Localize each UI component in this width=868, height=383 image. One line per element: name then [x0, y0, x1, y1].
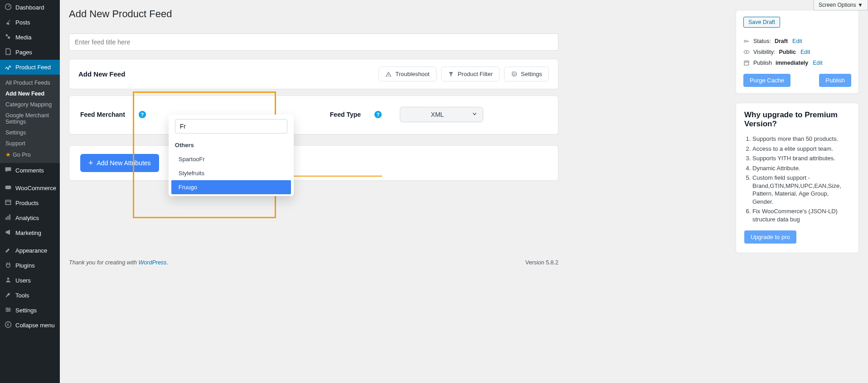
sidebar-item-label: WooCommerce	[15, 185, 56, 192]
help-icon[interactable]: ?	[374, 111, 382, 118]
chevron-down-icon: ▼	[858, 2, 863, 8]
sidebar-item-woocommerce[interactable]: WooCommerce	[0, 181, 60, 196]
sidebar-item-label: Comments	[15, 167, 44, 174]
sidebar-item-products[interactable]: Products	[0, 196, 60, 211]
woo-icon	[5, 184, 12, 192]
sidebar-item-label: Tools	[15, 292, 29, 299]
gear-icon	[511, 71, 517, 77]
upgrade-item: Access to a elite support team.	[752, 144, 850, 154]
upgrade-box: Why upgrade to Premium Version? Supports…	[736, 103, 859, 253]
publish-button[interactable]: Publish	[819, 74, 851, 87]
submenu-go-pro[interactable]: ★Go Pro	[0, 149, 60, 160]
sidebar-item-product-feed[interactable]: Product Feed	[0, 60, 60, 75]
settings-button[interactable]: Settings	[504, 67, 549, 81]
edit-status-link[interactable]: Edit	[792, 38, 802, 44]
sidebar-item-label: Dashboard	[15, 4, 44, 11]
sidebar-item-plugins[interactable]: Plugins	[0, 258, 60, 273]
svg-point-14	[5, 322, 11, 328]
sidebar-item-analytics[interactable]: Analytics	[0, 211, 60, 225]
sidebar-item-label: Plugins	[15, 262, 35, 269]
sidebar-submenu: All Product Feeds Add New Feed Category …	[0, 75, 60, 163]
version-text: Version 5.8.2	[525, 259, 558, 266]
svg-rect-6	[9, 215, 10, 220]
star-icon: ★	[5, 152, 11, 158]
add-feed-heading: Add New Feed	[78, 70, 125, 78]
svg-rect-2	[5, 186, 11, 189]
sidebar-item-label: Analytics	[15, 215, 39, 221]
sidebar-item-posts[interactable]: Posts	[0, 15, 60, 30]
feed-type-label: Feed Type	[330, 111, 361, 118]
settings-sidebar-icon	[5, 306, 12, 315]
pin-icon	[5, 18, 12, 27]
feed-type-select[interactable]: XML	[400, 107, 483, 122]
admin-sidebar: Dashboard Posts Media Pages Product Feed…	[0, 0, 60, 383]
svg-rect-5	[7, 216, 8, 220]
submenu-all-feeds[interactable]: All Product Feeds	[0, 77, 60, 88]
sidebar-item-label: Products	[15, 200, 39, 206]
add-feed-header-panel: Add New Feed Troubleshoot Product Filter…	[69, 59, 558, 89]
publish-box: Save Draft Status: Draft Edit Visibility…	[736, 10, 859, 94]
svg-point-12	[9, 309, 10, 310]
marketing-icon	[5, 229, 12, 237]
sidebar-item-appearance[interactable]: Appearance	[0, 243, 60, 258]
sidebar-item-label: Pages	[15, 49, 32, 56]
tools-icon	[5, 291, 12, 300]
dropdown-item-spartoofr[interactable]: SpartooFr	[169, 152, 294, 166]
sidebar-item-label: Settings	[15, 307, 37, 314]
sidebar-item-label: Marketing	[15, 230, 41, 236]
sidebar-item-label: Collapse menu	[15, 322, 55, 329]
upgrade-item: Custom field support - Brand,GTIN,MPN,UP…	[752, 173, 850, 206]
screen-options-button[interactable]: Screen Options ▼	[814, 0, 868, 10]
upgrade-item: Dynamic Attribute.	[752, 163, 850, 173]
users-icon	[5, 276, 12, 285]
dropdown-item-stylefruits[interactable]: Stylefruits	[169, 166, 294, 180]
submenu-settings[interactable]: Settings	[0, 127, 60, 138]
add-new-attributes-button[interactable]: +Add New Attributes	[80, 154, 159, 172]
sidebar-item-users[interactable]: Users	[0, 273, 60, 288]
purge-cache-button[interactable]: Purge Cache	[743, 74, 790, 87]
upgrade-item: Fix WooCommerce's (JSON-LD) structure da…	[752, 206, 850, 224]
edit-visibility-link[interactable]: Edit	[800, 49, 810, 55]
sidebar-item-marketing[interactable]: Marketing	[0, 225, 60, 240]
sidebar-item-comments[interactable]: Comments	[0, 163, 60, 178]
sidebar-item-pages[interactable]: Pages	[0, 45, 60, 60]
svg-point-13	[7, 311, 9, 312]
troubleshoot-button[interactable]: Troubleshoot	[378, 67, 436, 81]
svg-point-1	[5, 34, 8, 36]
upgrade-item: Supports more than 50 products.	[752, 134, 850, 144]
warning-icon	[385, 71, 392, 77]
upgrade-title: Why upgrade to Premium Version?	[744, 110, 850, 129]
eye-icon	[743, 49, 750, 55]
submenu-category-mapping[interactable]: Category Mapping	[0, 99, 60, 110]
submenu-support[interactable]: Support	[0, 138, 60, 149]
submenu-add-new-feed[interactable]: Add New Feed	[0, 88, 60, 99]
appearance-icon	[5, 246, 12, 255]
main-content: Screen Options ▼ Add New Product Feed Ad…	[60, 0, 868, 383]
sidebar-item-tools[interactable]: Tools	[0, 288, 60, 303]
filter-icon	[448, 71, 454, 77]
sidebar-item-dashboard[interactable]: Dashboard	[0, 0, 60, 15]
status-line: Status: Draft Edit	[743, 36, 851, 47]
feed-title-input[interactable]	[69, 34, 558, 51]
save-draft-button[interactable]: Save Draft	[743, 17, 780, 28]
dropdown-item-fruugo[interactable]: Fruugo	[171, 180, 291, 194]
visibility-line: Visibility: Public Edit	[743, 47, 851, 57]
product-filter-button[interactable]: Product Filter	[441, 67, 499, 81]
upgrade-to-pro-button[interactable]: Upgrade to pro	[744, 230, 796, 244]
wordpress-link[interactable]: WordPress	[139, 259, 167, 266]
svg-point-15	[744, 40, 746, 42]
merchant-search-input[interactable]	[175, 119, 287, 134]
comment-icon	[5, 166, 12, 175]
sidebar-item-settings[interactable]: Settings	[0, 303, 60, 318]
sidebar-item-media[interactable]: Media	[0, 30, 60, 45]
admin-footer: Thank you for creating with WordPress. V…	[69, 258, 558, 266]
sidebar-item-label: Posts	[15, 19, 30, 26]
plugins-icon	[5, 261, 12, 270]
svg-point-11	[6, 307, 8, 309]
feed-config-panel: Feed Merchant? Others SpartooFr Stylefru…	[69, 96, 558, 134]
sidebar-collapse[interactable]: Collapse menu	[0, 318, 60, 333]
help-icon[interactable]: ?	[139, 111, 146, 118]
submenu-google-merchant[interactable]: Google Merchant Settings	[0, 110, 60, 127]
plus-icon: +	[88, 160, 93, 166]
edit-schedule-link[interactable]: Edit	[813, 60, 823, 66]
